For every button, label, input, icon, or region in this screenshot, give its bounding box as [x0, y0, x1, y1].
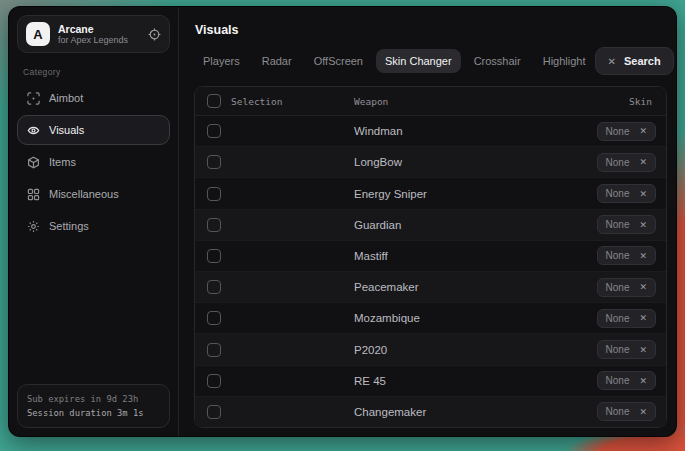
layout-grid-icon: [26, 187, 40, 201]
skin-value: None: [606, 188, 630, 199]
sidebar-item-miscellaneous[interactable]: Miscellaneous: [17, 179, 170, 209]
table-row: LongBowNone✕: [195, 147, 666, 178]
weapon-name: Mozambique: [231, 312, 556, 324]
target-icon[interactable]: [148, 28, 161, 41]
clear-skin-icon[interactable]: ✕: [639, 189, 647, 199]
clear-skin-icon[interactable]: ✕: [639, 282, 647, 292]
table-row: PeacemakerNone✕: [195, 272, 666, 303]
skin-cell: None✕: [556, 278, 666, 297]
row-checkbox[interactable]: [207, 311, 221, 325]
row-checkbox[interactable]: [207, 218, 221, 232]
cube-icon: [26, 155, 40, 169]
clear-skin-icon[interactable]: ✕: [639, 313, 647, 323]
sidebar-item-label: Settings: [49, 220, 89, 232]
skin-select-button[interactable]: None✕: [597, 278, 656, 297]
row-checkbox-cell: [195, 155, 231, 169]
gear-icon: [26, 219, 40, 233]
row-checkbox-cell: [195, 124, 231, 138]
clear-skin-icon[interactable]: ✕: [639, 157, 647, 167]
row-checkbox-cell: [195, 343, 231, 357]
app-title: Arcane: [58, 23, 140, 35]
weapon-name: LongBow: [231, 156, 556, 168]
row-checkbox[interactable]: [207, 343, 221, 357]
skin-cell: None✕: [556, 122, 666, 141]
tab-skin-changer[interactable]: Skin Changer: [376, 49, 461, 73]
skin-cell: None✕: [556, 184, 666, 203]
skin-select-button[interactable]: None✕: [597, 246, 656, 265]
column-header-skin: Skin: [556, 96, 666, 107]
skin-value: None: [606, 126, 630, 137]
table-row: Energy SniperNone✕: [195, 178, 666, 209]
tab-offscreen[interactable]: OffScreen: [305, 49, 372, 73]
skin-value: None: [606, 344, 630, 355]
weapon-name: Windman: [231, 125, 556, 137]
table-body: WindmanNone✕LongBowNone✕Energy SniperNon…: [195, 116, 666, 427]
table-row: MastiffNone✕: [195, 241, 666, 272]
table-header-row: Selection Weapon Skin: [195, 87, 666, 116]
tabs: PlayersRadarOffScreenSkin ChangerCrossha…: [194, 49, 595, 73]
tab-radar[interactable]: Radar: [253, 49, 301, 73]
row-checkbox[interactable]: [207, 280, 221, 294]
tab-players[interactable]: Players: [194, 49, 249, 73]
sidebar-item-settings[interactable]: Settings: [17, 211, 170, 241]
skin-select-button[interactable]: None✕: [597, 122, 656, 141]
tab-bar: PlayersRadarOffScreenSkin ChangerCrossha…: [194, 47, 667, 75]
tab-crosshair[interactable]: Crosshair: [465, 49, 530, 73]
sidebar-item-aimbot[interactable]: Aimbot: [17, 83, 170, 113]
skin-select-button[interactable]: None✕: [597, 402, 656, 421]
clear-skin-icon[interactable]: ✕: [639, 126, 647, 136]
skin-cell: None✕: [556, 402, 666, 421]
sidebar-item-visuals[interactable]: Visuals: [17, 115, 170, 145]
weapon-name: RE 45: [231, 375, 556, 387]
skin-select-button[interactable]: None✕: [597, 184, 656, 203]
skin-value: None: [606, 282, 630, 293]
table-row: ChangemakerNone✕: [195, 397, 666, 427]
weapon-name: Changemaker: [231, 406, 556, 418]
row-checkbox[interactable]: [207, 155, 221, 169]
tab-highlight[interactable]: Highlight: [534, 49, 595, 73]
skin-cell: None✕: [556, 340, 666, 359]
skin-select-button[interactable]: None✕: [597, 153, 656, 172]
row-checkbox[interactable]: [207, 249, 221, 263]
column-header-selection: Selection: [231, 96, 346, 107]
weapon-name: Guardian: [231, 219, 556, 231]
clear-skin-icon[interactable]: ✕: [639, 376, 647, 386]
search-button[interactable]: ✕ Search: [595, 47, 674, 75]
weapon-name: P2020: [231, 344, 556, 356]
weapon-name: Energy Sniper: [231, 188, 556, 200]
skin-select-button[interactable]: None✕: [597, 215, 656, 234]
row-checkbox-cell: [195, 187, 231, 201]
eye-scan-icon: [26, 123, 40, 137]
clear-skin-icon[interactable]: ✕: [639, 251, 647, 261]
category-section-label: Category: [23, 67, 170, 77]
row-checkbox[interactable]: [207, 187, 221, 201]
row-checkbox-cell: [195, 218, 231, 232]
table-row: P2020None✕: [195, 334, 666, 365]
row-checkbox[interactable]: [207, 405, 221, 419]
sidebar: A Arcane for Apex Legends Category Aimbo…: [9, 7, 179, 436]
row-checkbox[interactable]: [207, 124, 221, 138]
skin-select-button[interactable]: None✕: [597, 340, 656, 359]
sidebar-item-label: Miscellaneous: [49, 188, 119, 200]
clear-skin-icon[interactable]: ✕: [639, 345, 647, 355]
sidebar-item-items[interactable]: Items: [17, 147, 170, 177]
skin-select-button[interactable]: None✕: [597, 309, 656, 328]
select-all-checkbox[interactable]: [207, 94, 221, 108]
app-subtitle: for Apex Legends: [58, 35, 140, 45]
row-checkbox[interactable]: [207, 374, 221, 388]
search-button-label: Search: [624, 55, 661, 67]
skin-cell: None✕: [556, 153, 666, 172]
skin-cell: None✕: [556, 309, 666, 328]
app-header-card: A Arcane for Apex Legends: [17, 15, 170, 53]
skin-value: None: [606, 406, 630, 417]
app-window: A Arcane for Apex Legends Category Aimbo…: [8, 6, 677, 437]
sidebar-item-label: Aimbot: [49, 92, 83, 104]
clear-skin-icon[interactable]: ✕: [639, 407, 647, 417]
sidebar-item-label: Items: [49, 156, 76, 168]
skin-value: None: [606, 157, 630, 168]
table-row: MozambiqueNone✕: [195, 303, 666, 334]
clear-skin-icon[interactable]: ✕: [639, 220, 647, 230]
table-row: RE 45None✕: [195, 366, 666, 397]
skin-changer-table: Selection Weapon Skin WindmanNone✕LongBo…: [194, 86, 667, 428]
skin-select-button[interactable]: None✕: [597, 371, 656, 390]
